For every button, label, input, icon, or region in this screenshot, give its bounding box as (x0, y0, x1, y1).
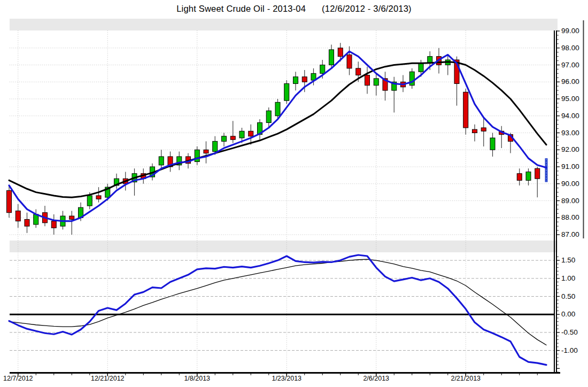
date-axis-label: 1/23/2013 (262, 375, 311, 382)
indicator-axis-label: 0.00 (561, 310, 575, 318)
indicator-axis-label: -0.50 (561, 328, 578, 336)
price-axis-label: 87.00 (561, 230, 579, 238)
indicator-axis-label: -1.00 (561, 346, 578, 354)
price-axis-label: 93.00 (561, 129, 579, 137)
price-axis-label: 95.00 (561, 95, 579, 103)
price-axis-label: 90.00 (561, 180, 579, 188)
indicator-panel-header-band (10, 241, 558, 252)
date-axis-label: 12/21/2012 (83, 375, 131, 382)
date-axis-label: 1/8/2013 (173, 375, 221, 382)
indicator-plot-area[interactable] (10, 252, 554, 373)
price-axis-label: 88.00 (561, 213, 579, 221)
price-axis-label: 92.00 (561, 145, 579, 153)
chart-title-date-range: (12/6/2012 - 3/6/2013) (322, 4, 412, 13)
price-axis-label: 99.00 (561, 27, 579, 35)
price-axis-label: 96.00 (561, 78, 579, 86)
chart-title: Light Sweet Crude Oil - 2013-04(12/6/201… (0, 4, 588, 14)
date-axis-label: 12/7/2012 (0, 375, 42, 382)
date-axis-label: 2/6/2013 (352, 375, 400, 382)
price-plot-area[interactable] (10, 30, 554, 241)
price-axis-label: 97.00 (561, 61, 579, 69)
price-panel-header-band (10, 19, 558, 30)
price-axis-label: 91.00 (561, 162, 579, 171)
indicator-axis-label: 1.00 (561, 274, 575, 282)
indicator-axis-label: 1.50 (561, 256, 575, 264)
price-axis-label: 94.00 (561, 112, 579, 120)
indicator-axis-label: 0.50 (561, 292, 575, 300)
chart-title-instrument: Light Sweet Crude Oil - 2013-04 (176, 4, 306, 13)
chart-window: Light Sweet Crude Oil - 2013-04(12/6/201… (0, 0, 588, 387)
price-axis-label: 98.00 (561, 44, 579, 52)
price-axis-label: 89.00 (561, 197, 579, 205)
date-axis-label: 2/21/2013 (442, 375, 490, 382)
